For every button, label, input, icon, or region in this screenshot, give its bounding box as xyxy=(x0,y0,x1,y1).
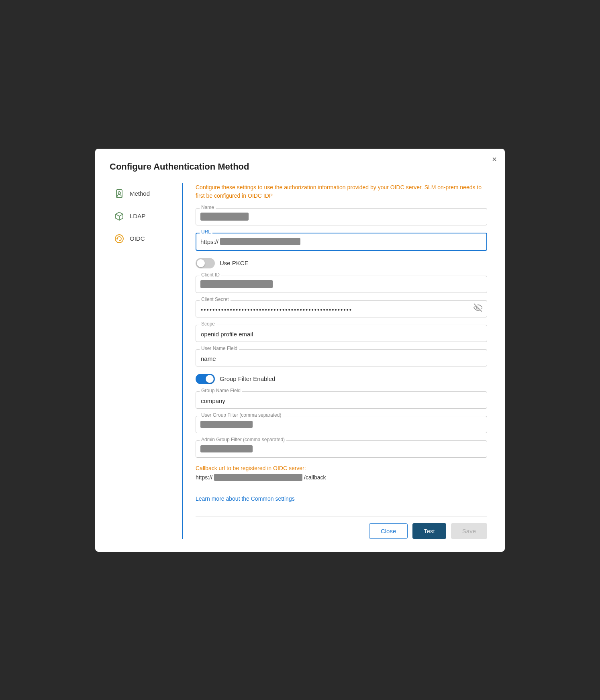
test-button[interactable]: Test xyxy=(412,523,446,539)
callback-url: https:// /callback xyxy=(196,474,487,481)
user-group-filter-field: User Group Filter (comma separated) xyxy=(196,416,487,433)
client-secret-input[interactable] xyxy=(196,300,487,317)
pkce-track xyxy=(196,258,215,268)
group-filter-label: Group Filter Enabled xyxy=(220,375,275,382)
client-secret-field: Client Secret xyxy=(196,300,487,317)
admin-group-filter-label: Admin Group Filter (comma separated) xyxy=(200,437,286,442)
svg-point-1 xyxy=(118,192,120,194)
info-text: Configure these settings to use the auth… xyxy=(196,183,487,200)
name-redacted xyxy=(200,213,249,221)
group-filter-thumb xyxy=(206,375,214,383)
callback-url-suffix: /callback xyxy=(304,474,326,481)
use-pkce-row: Use PKCE xyxy=(196,258,487,268)
scope-label: Scope xyxy=(200,321,216,327)
url-field: URL https:// xyxy=(196,233,487,251)
scope-field: Scope xyxy=(196,325,487,342)
sidebar-item-oidc[interactable]: OIDC xyxy=(110,228,177,249)
modal-body: Method LDAP xyxy=(110,183,490,539)
ldap-icon xyxy=(114,211,125,222)
client-secret-label: Client Secret xyxy=(200,297,231,302)
callback-url-prefix: https:// xyxy=(196,474,212,481)
client-id-label: Client ID xyxy=(200,272,221,278)
callback-section: Callback url to be registered in OIDC se… xyxy=(196,465,487,481)
client-id-field: Client ID xyxy=(196,276,487,293)
name-label: Name xyxy=(200,205,216,210)
learn-more-link[interactable]: Learn more about the Common settings xyxy=(196,495,295,502)
sidebar-item-ldap[interactable]: LDAP xyxy=(110,206,177,227)
group-name-label: Group Name Field xyxy=(200,388,242,393)
admin-group-filter-redacted xyxy=(200,445,253,452)
client-id-redacted xyxy=(200,280,273,288)
scope-input[interactable] xyxy=(196,325,487,342)
modal-dialog: × Configure Authentication Method Method xyxy=(95,149,505,552)
sidebar: Method LDAP xyxy=(110,183,182,539)
use-pkce-label: Use PKCE xyxy=(220,260,249,266)
admin-group-filter-field: Admin Group Filter (comma separated) xyxy=(196,440,487,458)
sidebar-item-ldap-label: LDAP xyxy=(130,213,145,219)
name-field: Name xyxy=(196,208,487,225)
sidebar-item-method-label: Method xyxy=(130,190,150,197)
user-name-input[interactable] xyxy=(196,349,487,366)
sidebar-item-method[interactable]: Method xyxy=(110,183,177,204)
group-name-field: Group Name Field xyxy=(196,391,487,409)
modal-overlay: × Configure Authentication Method Method xyxy=(0,0,600,700)
group-filter-toggle[interactable] xyxy=(196,374,215,384)
visibility-off-icon[interactable] xyxy=(473,303,482,314)
callback-label: Callback url to be registered in OIDC se… xyxy=(196,465,487,471)
use-pkce-toggle[interactable] xyxy=(196,258,215,268)
modal-title: Configure Authentication Method xyxy=(110,162,490,172)
save-button[interactable]: Save xyxy=(451,523,487,539)
pkce-thumb xyxy=(197,259,205,267)
group-filter-row: Group Filter Enabled xyxy=(196,374,487,384)
callback-url-redacted xyxy=(214,474,302,481)
modal-footer: Close Test Save xyxy=(196,516,487,539)
sidebar-item-oidc-label: OIDC xyxy=(130,235,145,242)
main-content: Configure these settings to use the auth… xyxy=(182,183,490,539)
close-button[interactable]: Close xyxy=(369,523,408,539)
close-icon[interactable]: × xyxy=(492,155,497,163)
user-name-field: User Name Field xyxy=(196,349,487,366)
method-icon xyxy=(114,188,125,199)
oidc-icon xyxy=(114,233,125,244)
svg-point-3 xyxy=(116,238,118,239)
url-label: URL xyxy=(200,229,212,235)
user-group-filter-label: User Group Filter (comma separated) xyxy=(200,412,283,418)
user-name-label: User Name Field xyxy=(200,346,239,351)
group-filter-track xyxy=(196,374,215,384)
user-group-filter-redacted xyxy=(200,421,253,428)
group-name-input[interactable] xyxy=(196,391,487,409)
url-input[interactable] xyxy=(196,233,487,251)
